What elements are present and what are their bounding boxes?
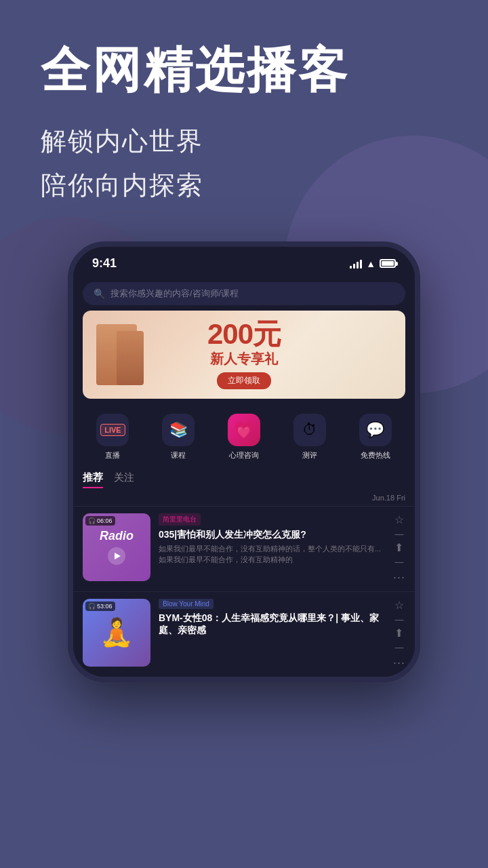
status-time: 9:41 <box>92 256 117 271</box>
hotline-label: 免费热线 <box>361 450 390 460</box>
card-1-info: 简里里电台 035|害怕和别人发生冲突怎么克服? 如果我们最早不能合作，没有互助… <box>159 513 385 585</box>
card-1-source: 简里里电台 <box>159 513 201 526</box>
phone-mockup: 9:41 ▲ 🔍 搜索你感兴趣的内容/咨询师/课程 <box>68 241 420 682</box>
category-live[interactable]: LIVE 直播 <box>96 414 129 460</box>
more-icon-2[interactable]: ··· <box>393 656 405 670</box>
test-icon-wrap: ⏱ <box>293 414 326 446</box>
date-label: Jun.18 Fri <box>73 491 415 506</box>
search-bar[interactable]: 🔍 搜索你感兴趣的内容/咨询师/课程 <box>83 282 405 305</box>
star-icon-2[interactable]: ☆ <box>394 600 404 611</box>
live-icon: LIVE <box>100 424 125 436</box>
menu-lines-icon-2: — <box>394 557 403 566</box>
headphone-icon: 🎧 <box>88 517 96 524</box>
category-consult[interactable]: 💗 心理咨询 <box>228 414 260 460</box>
course-icon: 📚 <box>169 421 188 439</box>
card-2-info: Blow Your Mind BYM-女性08：人生幸福感究竟从哪里来？| 事业… <box>159 599 385 670</box>
banner-cta-button[interactable]: 立即领取 <box>217 372 271 389</box>
card-1-actions: ☆ — ⬆ — ··· <box>393 513 405 585</box>
radio-thumb-text: Radio <box>100 529 134 543</box>
live-label: 直播 <box>105 450 120 460</box>
subtitle-line2: 陪你向内探索 <box>41 163 447 208</box>
share-icon-1[interactable]: ⬆ <box>394 542 403 553</box>
promo-banner[interactable]: 200元 新人专享礼 立即领取 <box>83 311 405 399</box>
card-2-title: BYM-女性08：人生幸福感究竟从哪里来？| 事业、家庭、亲密感 <box>159 612 385 636</box>
category-section: LIVE 直播 📚 课程 💗 心理咨询 <box>73 404 415 466</box>
live-icon-wrap: LIVE <box>96 414 129 446</box>
star-icon-1[interactable]: ☆ <box>394 515 404 526</box>
category-test[interactable]: ⏱ 测评 <box>293 414 326 460</box>
card-2-source: Blow Your Mind <box>159 599 214 609</box>
bym-figure-icon: 🧘 <box>100 616 134 648</box>
test-label: 测评 <box>302 450 317 460</box>
phone-screen: 🔍 搜索你感兴趣的内容/咨询师/课程 200元 新人专享礼 立即领取 LIVE <box>73 282 415 677</box>
hotline-icon-wrap: 💬 <box>359 414 392 446</box>
card-2-thumbnail[interactable]: 🎧 53:06 🧘 <box>83 599 150 667</box>
signal-icon <box>350 259 362 269</box>
phone-mockup-container: 9:41 ▲ 🔍 搜索你感兴趣的内容/咨询师/课程 <box>0 241 488 682</box>
share-icon-2[interactable]: ⬆ <box>394 628 403 639</box>
banner-amount: 200元 <box>207 320 281 349</box>
page-subtitle: 解锁内心世界 陪你向内探索 <box>41 119 447 207</box>
category-course[interactable]: 📚 课程 <box>162 414 195 460</box>
card-2-actions: ☆ — ⬆ — ··· <box>393 599 405 670</box>
search-icon: 🔍 <box>94 288 105 299</box>
banner-content: 200元 新人专享礼 立即领取 <box>207 320 281 389</box>
banner-deco-2 <box>117 331 144 385</box>
more-icon-1[interactable]: ··· <box>393 570 405 585</box>
content-card-1: 🎧 06:06 Radio 简里里电台 035|害怕和别人发生冲突怎么克服? 如… <box>73 506 415 591</box>
card-1-thumbnail[interactable]: 🎧 06:06 Radio <box>83 513 150 581</box>
battery-icon <box>380 259 396 268</box>
menu-lines-icon-3: — <box>394 615 403 624</box>
menu-lines-icon-1: — <box>394 530 403 538</box>
card-2-duration: 🎧 53:06 <box>85 601 115 611</box>
card-1-title: 035|害怕和别人发生冲突怎么克服? <box>159 528 385 540</box>
subtitle-line1: 解锁内心世界 <box>41 119 447 163</box>
consult-label: 心理咨询 <box>229 450 259 460</box>
content-card-2: 🎧 53:06 🧘 Blow Your Mind BYM-女性08：人生幸福感究… <box>73 591 415 677</box>
consult-icon-wrap: 💗 <box>228 414 260 446</box>
course-icon-wrap: 📚 <box>162 414 195 446</box>
page-title: 全网精选播客 <box>41 41 447 99</box>
bym-thumb: 🎧 53:06 🧘 <box>83 599 150 667</box>
phone-notch <box>190 247 298 267</box>
test-icon: ⏱ <box>302 421 317 439</box>
tab-follow[interactable]: 关注 <box>114 471 134 488</box>
header-section: 全网精选播客 解锁内心世界 陪你向内探索 <box>0 0 488 228</box>
banner-subtitle: 新人专享礼 <box>207 350 281 368</box>
menu-lines-icon-4: — <box>394 643 403 652</box>
play-button-1[interactable] <box>108 547 125 565</box>
radio-thumb: 🎧 06:06 Radio <box>83 513 150 581</box>
consult-icon: 💗 <box>234 420 254 439</box>
search-placeholder: 搜索你感兴趣的内容/咨询师/课程 <box>110 288 239 300</box>
content-tabs: 推荐 关注 <box>73 466 415 491</box>
wifi-icon: ▲ <box>366 258 375 269</box>
category-hotline[interactable]: 💬 免费热线 <box>359 414 392 460</box>
course-label: 课程 <box>171 450 186 460</box>
headphone-icon-2: 🎧 <box>88 603 96 610</box>
hotline-icon: 💬 <box>366 421 384 439</box>
status-icons: ▲ <box>350 258 396 269</box>
card-1-duration: 🎧 06:06 <box>85 516 115 526</box>
play-triangle-icon <box>115 553 121 559</box>
tab-recommend[interactable]: 推荐 <box>83 471 103 488</box>
card-1-desc: 如果我们最早不能合作，没有互助精神的话，整个人类的不能只有...如果我们最早不能… <box>159 543 385 566</box>
